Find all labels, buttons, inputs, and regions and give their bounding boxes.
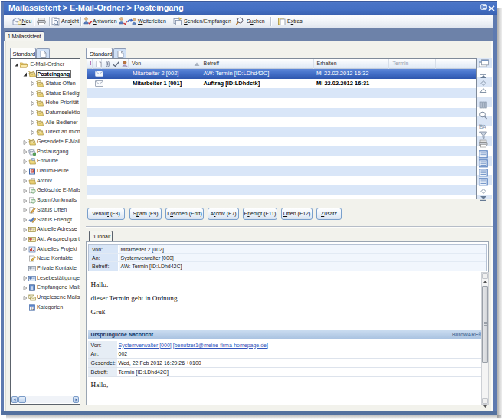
svg-text:BA: BA — [479, 124, 486, 130]
svg-text:31: 31 — [30, 307, 34, 310]
